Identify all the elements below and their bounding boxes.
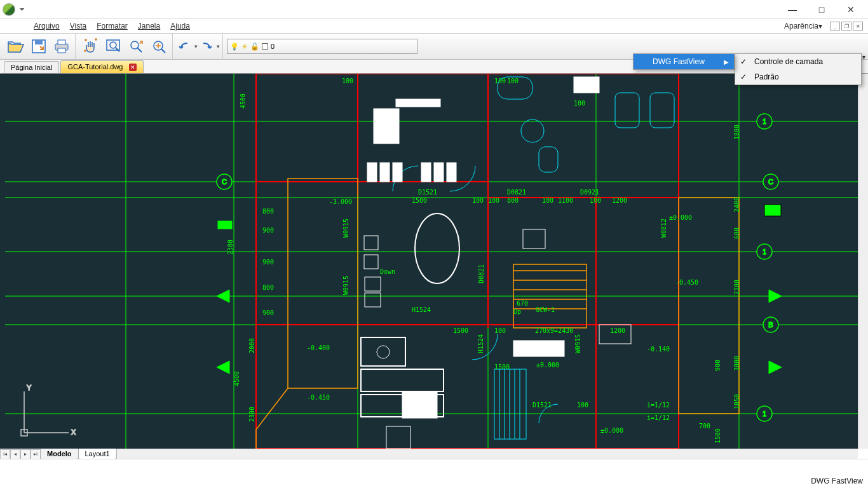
svg-line-11: [161, 49, 165, 53]
hand-icon: [82, 38, 98, 55]
zoom-extents-icon: [151, 39, 166, 54]
svg-text:-0.140: -0.140: [647, 346, 670, 353]
svg-text:i=1/12: i=1/12: [647, 402, 670, 409]
svg-text:100: 100: [542, 197, 553, 204]
svg-text:700: 700: [699, 423, 710, 430]
svg-text:100: 100: [577, 402, 588, 409]
pan-button[interactable]: [79, 36, 101, 57]
svg-text:W0812: W0812: [660, 219, 667, 238]
layer-select[interactable]: 💡 ☀ 🔓 0: [227, 39, 417, 54]
submenu: DWG FastView ▶: [633, 53, 735, 70]
svg-text:100: 100: [507, 78, 519, 85]
svg-text:Up: Up: [513, 308, 521, 315]
submenu-dwg-fastview[interactable]: DWG FastView ▶: [634, 54, 734, 69]
svg-text:1050: 1050: [733, 394, 740, 409]
svg-rect-152: [218, 221, 232, 229]
svg-text:D0821: D0821: [478, 264, 485, 283]
close-button[interactable]: ✕: [836, 0, 865, 19]
svg-text:2300: 2300: [227, 240, 234, 255]
svg-rect-74: [393, 163, 402, 182]
menu-formatar[interactable]: Formatar: [97, 22, 128, 30]
minimize-button[interactable]: —: [778, 0, 807, 19]
svg-text:Y: Y: [27, 384, 32, 391]
svg-line-7: [116, 48, 119, 51]
mdi-restore[interactable]: ❐: [841, 22, 851, 30]
menu-arquivo[interactable]: Arquivo: [34, 22, 60, 30]
svg-text:Down: Down: [380, 268, 395, 275]
maximize-button[interactable]: □: [807, 0, 836, 19]
tab-home[interactable]: Página Inicial: [4, 61, 59, 73]
svg-rect-70: [513, 341, 564, 356]
svg-text:900: 900: [262, 227, 274, 234]
save-icon: [31, 39, 46, 54]
menu-janela[interactable]: Janela: [138, 22, 160, 30]
vertical-scrollbar[interactable]: [858, 74, 868, 449]
svg-point-58: [415, 214, 459, 283]
svg-text:±0.000: ±0.000: [669, 214, 692, 221]
svg-text:±0.000: ±0.000: [536, 362, 559, 369]
print-button[interactable]: [51, 36, 72, 57]
svg-text:1200: 1200: [610, 327, 625, 334]
svg-text:100: 100: [488, 197, 499, 204]
lightbulb-icon: 💡: [230, 43, 239, 51]
menu-ajuda[interactable]: Ajuda: [170, 22, 190, 30]
qa-dropdown[interactable]: ⏷: [19, 6, 25, 13]
ctx-layer-control[interactable]: ✓ Controle de camada: [735, 54, 861, 69]
tab-last[interactable]: ▸I: [31, 449, 41, 459]
mdi-minimize[interactable]: _: [830, 22, 840, 30]
svg-text:-0.400: -0.400: [307, 344, 330, 351]
layout-tab-model[interactable]: Modelo: [40, 449, 79, 459]
svg-rect-59: [364, 236, 378, 250]
svg-line-9: [137, 48, 142, 52]
svg-rect-63: [361, 337, 405, 366]
ctx-default[interactable]: ✓ Padrão: [735, 69, 861, 85]
mdi-close[interactable]: ✕: [853, 22, 863, 30]
context-menu: ✓ Controle de camada ✓ Padrão: [735, 53, 862, 85]
tab-close-button[interactable]: ✕: [129, 64, 137, 71]
svg-point-64: [377, 346, 390, 358]
svg-text:C: C: [222, 178, 227, 186]
save-button[interactable]: [28, 36, 50, 57]
svg-text:1500: 1500: [412, 197, 427, 204]
printer-icon: [53, 39, 70, 54]
svg-text:270x9=2430: 270x9=2430: [535, 327, 573, 334]
redo-icon: [201, 41, 214, 52]
svg-text:-3.000: -3.000: [329, 198, 352, 205]
redo-button[interactable]: [199, 36, 215, 57]
zoom-dynamic-button[interactable]: [125, 36, 147, 57]
drawing-canvas[interactable]: C C 1 1 B 1 4500 2300 800900900 800900 1…: [0, 74, 868, 449]
svg-text:±0.000: ±0.000: [600, 427, 623, 434]
tab-prev[interactable]: ◂: [10, 449, 20, 459]
svg-rect-62: [365, 293, 381, 307]
svg-text:100: 100: [472, 197, 484, 204]
appearance-button[interactable]: Aparência▾: [782, 20, 825, 32]
open-button[interactable]: [5, 36, 27, 57]
tab-file[interactable]: GCA-Tutorial.dwg ✕: [60, 60, 143, 73]
svg-text:D0921: D0921: [580, 189, 599, 196]
svg-text:W0915: W0915: [574, 334, 581, 353]
tab-next[interactable]: ▸: [20, 449, 31, 459]
svg-text:W0915: W0915: [342, 219, 349, 238]
svg-text:2400: 2400: [733, 197, 740, 212]
svg-text:900: 900: [262, 259, 274, 266]
undo-dropdown[interactable]: ▾: [194, 43, 198, 50]
menu-vista[interactable]: Vista: [70, 22, 86, 30]
toolbar-overflow[interactable]: ▾: [862, 53, 865, 60]
zoom-window-button[interactable]: [102, 36, 124, 57]
check-icon: ✓: [740, 72, 747, 81]
svg-text:i=1/12: i=1/12: [647, 414, 670, 421]
ctx-item-label: Padrão: [754, 72, 779, 81]
svg-text:1: 1: [763, 410, 766, 417]
redo-dropdown[interactable]: ▾: [217, 43, 220, 50]
zoom-extents-button[interactable]: [148, 36, 170, 57]
zoom-dynamic-icon: [128, 39, 144, 54]
submenu-item-label: DWG FastView: [653, 57, 705, 66]
svg-text:800: 800: [262, 208, 274, 215]
undo-button[interactable]: [177, 36, 193, 57]
layout-tab-layout1[interactable]: Layout1: [78, 449, 117, 459]
menubar: Arquivo Vista Formatar Janela Ajuda Apar…: [0, 19, 868, 33]
svg-point-45: [521, 119, 544, 142]
svg-text:1: 1: [763, 248, 766, 255]
tab-first[interactable]: I◂: [0, 449, 10, 459]
app-icon: [3, 3, 15, 16]
